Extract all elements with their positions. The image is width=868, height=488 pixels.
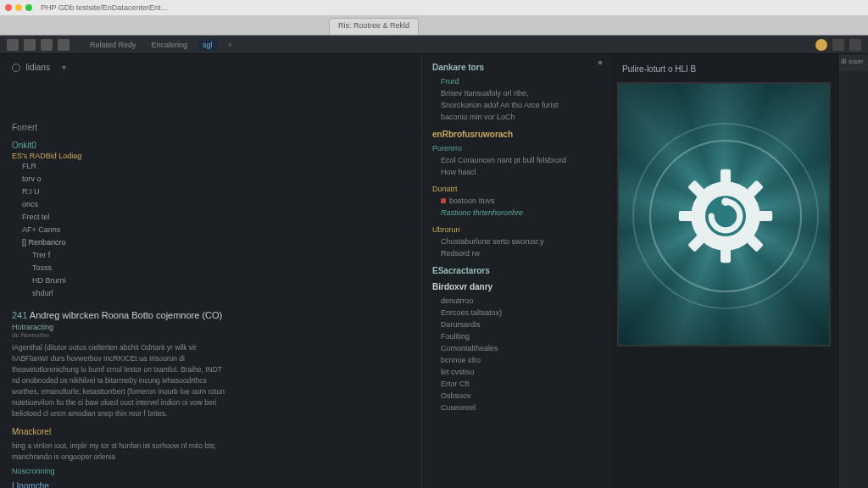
settings-icon[interactable]	[849, 39, 861, 51]
outline-item[interactable]: Osbsoov	[432, 390, 600, 402]
tree-item[interactable]: Frect tel	[12, 211, 227, 224]
tree-item[interactable]: oncs	[12, 198, 227, 211]
tree-item[interactable]: R:I U	[12, 186, 227, 198]
browser-tabbar: Ris: Rootree & Rekld	[0, 15, 868, 36]
toolbar-crumb-active[interactable]: sgl	[198, 39, 218, 51]
tree-group[interactable]: [] Renbancro	[12, 236, 227, 249]
article-subtitle-1: Hotraracting	[12, 323, 227, 331]
toolbar-more-icon[interactable]: ▾	[223, 39, 237, 51]
sidebar: Iidians ▾ Forrert Onkit0 ES's RADBid Lod…	[0, 54, 239, 488]
outline-item[interactable]: Frurd	[432, 75, 600, 87]
outline-item[interactable]: denutrroo	[432, 295, 600, 307]
outline-item[interactable]: Darursardis	[432, 319, 600, 330]
right-rail-header[interactable]: ⊞ loser	[838, 54, 868, 71]
window-close-icon[interactable]	[5, 4, 12, 11]
outline-item[interactable]: Snorckorion adof An tho Arce furist	[432, 99, 600, 111]
outline-group-heading[interactable]: Dankare tors	[432, 63, 600, 72]
outline-group-heading[interactable]: Birdoxvr danry	[432, 282, 600, 291]
preview-panel: Pulire-loturt o HLI B	[610, 54, 837, 488]
article-title-text: Andreg wibrcken Roona Botto cojemnore (C…	[30, 310, 222, 320]
outline-item[interactable]: Ertor Cft	[432, 378, 600, 390]
tree-item[interactable]: Trer f	[12, 249, 227, 262]
outline-item[interactable]: Ecol Corauncen nant pt bull felsbrord	[432, 154, 600, 166]
tree-item[interactable]: torv o	[12, 173, 227, 186]
nav-home-icon[interactable]	[41, 39, 53, 51]
article-subtitle-2: dc Nornorbo	[12, 331, 227, 339]
tree-item[interactable]: shdurl	[12, 287, 227, 300]
sidebar-top-label: Iidians	[25, 63, 50, 72]
outline-item[interactable]: Cuseoreel	[432, 402, 600, 413]
tree-item[interactable]: HD Brurni	[12, 274, 227, 287]
heading-noscron[interactable]: Noscronning	[12, 466, 227, 477]
browser-tab-active[interactable]: Ris: Rootree & Rekld	[329, 18, 419, 35]
refresh-icon[interactable]	[58, 39, 70, 51]
avatar[interactable]	[815, 39, 827, 51]
outline-item[interactable]: Enrcoes taltsatox)	[432, 307, 600, 319]
outline-item[interactable]: Comontaltheales	[432, 342, 600, 354]
error-icon	[441, 198, 446, 203]
outline-item[interactable]: Fouliting	[432, 330, 600, 342]
svg-rect-2	[721, 248, 731, 263]
outline-item[interactable]: How hascl	[432, 166, 600, 178]
editor-area	[239, 54, 422, 488]
right-rail: ⊞ loser	[837, 54, 868, 488]
outline-group-heading[interactable]: Donatrt	[432, 183, 600, 195]
article-number: 241	[12, 310, 27, 320]
titlebar: PHP GDb testsite/EnDatacenterEnt…	[0, 0, 868, 15]
outline-group-heading[interactable]: enRbrofusruworach	[432, 130, 600, 139]
outline-item-error[interactable]: bostoon Ituvs	[432, 195, 600, 207]
preview-image	[617, 82, 831, 347]
svg-rect-4	[758, 211, 772, 221]
nav-back-icon[interactable]	[7, 39, 19, 51]
outline-item[interactable]: baconio min vor LoCh	[432, 111, 600, 123]
heading-onkit[interactable]: Onkit0	[12, 141, 227, 150]
outline-item[interactable]: let cvstiso	[432, 366, 600, 378]
link-radbid[interactable]: ES's RADBid Lodiag	[12, 152, 227, 160]
outline-group-heading[interactable]: Ubrorun	[432, 224, 600, 236]
sidebar-top-menu[interactable]: Iidians ▾	[12, 63, 227, 72]
gear-icon	[675, 165, 776, 267]
toolbar-crumb-2[interactable]: Encalering	[147, 39, 193, 51]
outline-item[interactable]: Rastiono thrtenhoronhre	[432, 207, 600, 219]
tree-item[interactable]: Tosss	[12, 262, 227, 274]
toolbar-crumb-1[interactable]: Related Redy	[85, 39, 142, 51]
article-body: IAgenthal (ditutor ootos cielterten abch…	[12, 342, 227, 419]
article-heading: 241 Andreg wibrcken Roona Botto cojemnor…	[12, 310, 227, 320]
outline-group-heading[interactable]: ESacractarors	[432, 266, 600, 275]
nav-forward-icon[interactable]	[24, 39, 36, 51]
svg-rect-3	[679, 211, 693, 221]
heading-inom[interactable]: I Inomche	[12, 480, 227, 488]
window-maximize-icon[interactable]	[25, 4, 32, 11]
tree-item[interactable]: FLR	[12, 160, 227, 173]
window-minimize-icon[interactable]	[15, 4, 22, 11]
outline-item[interactable]: Redsord rw	[432, 247, 600, 259]
svg-point-10	[721, 197, 730, 206]
mnackorel-body: hing a vinlon ioot, implir my tor st hon…	[12, 441, 227, 463]
tree-item[interactable]: AF+ Canns	[12, 224, 227, 236]
notifications-icon[interactable]	[832, 39, 844, 51]
svg-rect-1	[721, 169, 731, 184]
section-forrert: Forrert	[12, 123, 227, 132]
outline-item[interactable]: Brisev Itansuafoly orl ribe,	[432, 87, 600, 99]
outline-item[interactable]: Porenrro	[432, 142, 600, 154]
heading-mnackorel: Mnackorel	[12, 426, 227, 437]
preview-title: Pulire-loturt o HLI B	[617, 61, 831, 77]
toolbar: Related Redy Encalering sgl ▾	[0, 36, 868, 54]
circle-icon	[12, 64, 20, 72]
chevron-down-icon: ▾	[62, 63, 66, 72]
outline-panel: Dankare tors Frurd Brisev Itansuafoly or…	[422, 54, 610, 488]
outline-item[interactable]: Chustaburlone serto sworusr.y	[432, 236, 600, 247]
window-title: PHP GDb testsite/EnDatacenterEnt…	[41, 3, 168, 12]
outline-item[interactable]: bcnnoe idro	[432, 354, 600, 366]
